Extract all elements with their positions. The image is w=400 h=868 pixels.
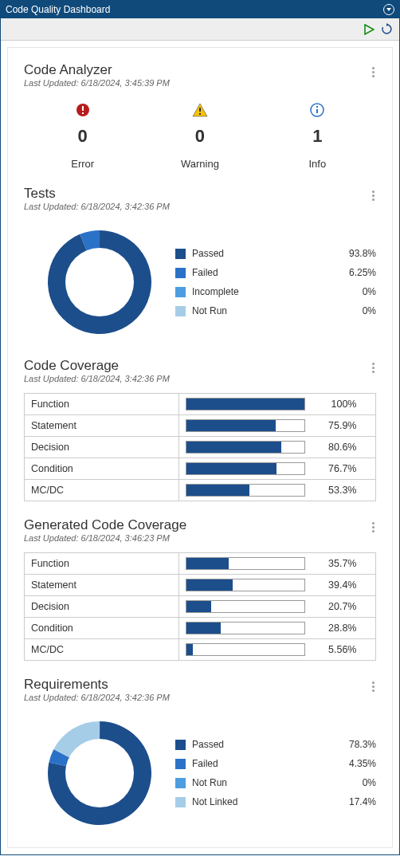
coverage-metric-label: Condition bbox=[25, 618, 179, 639]
coverage-bar-cell: 5.56% bbox=[179, 639, 376, 661]
coverage-bar-cell: 35.7% bbox=[179, 553, 376, 575]
coverage-bar-cell: 75.9% bbox=[179, 415, 376, 437]
requirements-menu-button[interactable] bbox=[372, 680, 375, 693]
coverage-metric-label: MC/DC bbox=[25, 480, 179, 501]
play-icon bbox=[363, 24, 375, 35]
table-row[interactable]: Statement39.4% bbox=[25, 575, 376, 596]
coverage-bar-cell: 76.7% bbox=[179, 458, 376, 480]
coverage-bar-cell: 53.3% bbox=[179, 480, 376, 501]
stat-error-label: Error bbox=[24, 158, 141, 170]
tests-legend: Passed93.8%Failed6.25%Incomplete0%Not Ru… bbox=[175, 248, 376, 316]
coverage-value: 35.7% bbox=[305, 558, 360, 569]
tests-title: Tests bbox=[24, 186, 376, 202]
dropdown-icon[interactable] bbox=[383, 4, 394, 15]
table-row[interactable]: Decision80.6% bbox=[25, 437, 376, 458]
coverage-bar-cell: 100% bbox=[179, 394, 376, 415]
coverage-value: 5.56% bbox=[305, 644, 360, 655]
tests-updated: Last Updated: 6/18/2024, 3:42:36 PM bbox=[24, 202, 376, 211]
coverage-value: 28.8% bbox=[305, 623, 360, 634]
legend-swatch bbox=[175, 740, 186, 750]
coverage-metric-label: Statement bbox=[25, 415, 179, 437]
run-button[interactable] bbox=[363, 24, 375, 35]
stat-warning[interactable]: 0 Warning bbox=[141, 102, 258, 170]
legend-value: 4.35% bbox=[336, 758, 376, 769]
coverage-value: 100% bbox=[305, 399, 360, 410]
stat-error-value: 0 bbox=[24, 126, 141, 147]
warning-icon bbox=[141, 102, 258, 118]
stat-error[interactable]: 0 Error bbox=[24, 102, 141, 170]
svg-rect-6 bbox=[199, 108, 201, 112]
coverage-metric-label: Condition bbox=[25, 458, 179, 480]
coverage-bar-cell: 39.4% bbox=[179, 575, 376, 596]
legend-value: 0% bbox=[336, 777, 376, 788]
legend-value: 0% bbox=[336, 286, 376, 297]
coverage-value: 76.7% bbox=[305, 463, 360, 474]
legend-label: Not Run bbox=[192, 777, 336, 788]
table-row[interactable]: Condition28.8% bbox=[25, 618, 376, 639]
legend-swatch bbox=[175, 797, 186, 807]
table-row[interactable]: Function35.7% bbox=[25, 553, 376, 575]
table-row[interactable]: MC/DC5.56% bbox=[25, 639, 376, 661]
tests-legend-row[interactable]: Failed6.25% bbox=[175, 267, 376, 278]
gencoverage-section: Generated Code Coverage Last Updated: 6/… bbox=[24, 517, 376, 661]
requirements-section: Requirements Last Updated: 6/18/2024, 3:… bbox=[24, 677, 376, 833]
table-row[interactable]: Statement75.9% bbox=[25, 415, 376, 437]
error-icon bbox=[24, 102, 141, 118]
analyzer-stats: 0 Error 0 Warning 1 Info bbox=[24, 102, 376, 170]
stat-info[interactable]: 1 Info bbox=[259, 102, 376, 170]
requirements-legend-row[interactable]: Passed78.3% bbox=[175, 739, 376, 750]
gencoverage-table: Function35.7%Statement39.4%Decision20.7%… bbox=[24, 552, 376, 661]
requirements-legend-row[interactable]: Not Linked17.4% bbox=[175, 796, 376, 807]
stat-info-label: Info bbox=[259, 158, 376, 170]
svg-marker-0 bbox=[365, 25, 374, 34]
legend-swatch bbox=[175, 759, 186, 769]
legend-label: Failed bbox=[192, 267, 336, 278]
analyzer-menu-button[interactable] bbox=[372, 65, 375, 79]
stat-info-value: 1 bbox=[259, 126, 376, 147]
tests-donut-chart[interactable] bbox=[40, 222, 159, 342]
tests-section: Tests Last Updated: 6/18/2024, 3:42:36 P… bbox=[24, 186, 376, 342]
legend-swatch bbox=[175, 287, 186, 297]
tests-legend-row[interactable]: Incomplete0% bbox=[175, 286, 376, 297]
coverage-bar-cell: 80.6% bbox=[179, 437, 376, 458]
svg-rect-3 bbox=[82, 106, 84, 111]
refresh-button[interactable] bbox=[381, 23, 393, 35]
tests-legend-row[interactable]: Passed93.8% bbox=[175, 248, 376, 259]
legend-label: Failed bbox=[192, 758, 336, 769]
requirements-updated: Last Updated: 6/18/2024, 3:42:36 PM bbox=[24, 693, 376, 702]
requirements-legend-row[interactable]: Failed4.35% bbox=[175, 758, 376, 769]
coverage-metric-label: Function bbox=[25, 394, 179, 415]
tests-legend-row[interactable]: Not Run0% bbox=[175, 305, 376, 316]
legend-swatch bbox=[175, 778, 186, 788]
coverage-metric-label: Decision bbox=[25, 596, 179, 618]
legend-swatch bbox=[175, 249, 186, 259]
coverage-metric-label: Function bbox=[25, 553, 179, 575]
coverage-menu-button[interactable] bbox=[372, 361, 375, 375]
table-row[interactable]: MC/DC53.3% bbox=[25, 480, 376, 501]
coverage-bar-cell: 28.8% bbox=[179, 618, 376, 639]
requirements-legend-row[interactable]: Not Run0% bbox=[175, 777, 376, 788]
coverage-value: 39.4% bbox=[305, 579, 360, 591]
gencoverage-menu-button[interactable] bbox=[372, 520, 375, 534]
table-row[interactable]: Decision20.7% bbox=[25, 596, 376, 618]
svg-marker-1 bbox=[386, 23, 389, 26]
toolbar bbox=[1, 18, 399, 41]
coverage-bar-cell: 20.7% bbox=[179, 596, 376, 618]
legend-value: 6.25% bbox=[336, 267, 376, 278]
tests-menu-button[interactable] bbox=[372, 189, 375, 202]
requirements-donut-chart[interactable] bbox=[40, 713, 159, 833]
coverage-metric-label: Decision bbox=[25, 437, 179, 458]
legend-value: 78.3% bbox=[336, 739, 376, 750]
legend-value: 93.8% bbox=[336, 248, 376, 259]
table-row[interactable]: Condition76.7% bbox=[25, 458, 376, 480]
coverage-value: 20.7% bbox=[305, 601, 360, 612]
legend-value: 0% bbox=[336, 305, 376, 316]
requirements-title: Requirements bbox=[24, 677, 376, 693]
gencoverage-title: Generated Code Coverage bbox=[24, 517, 376, 533]
svg-rect-7 bbox=[199, 113, 201, 115]
window-title: Code Quality Dashboard bbox=[6, 4, 110, 15]
coverage-value: 80.6% bbox=[305, 442, 360, 453]
table-row[interactable]: Function100% bbox=[25, 394, 376, 415]
svg-rect-10 bbox=[316, 106, 318, 108]
stat-warning-value: 0 bbox=[141, 126, 258, 147]
